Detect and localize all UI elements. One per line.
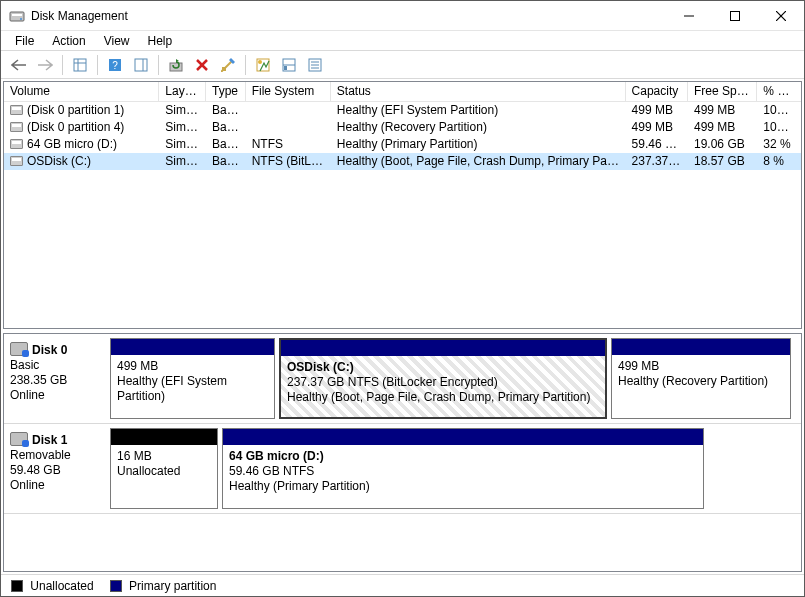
column-headers: Volume Layout Type File System Status Ca… bbox=[4, 82, 801, 102]
settings-list-button[interactable] bbox=[303, 54, 327, 76]
partition-primary[interactable]: 499 MBHealthy (EFI System Partition) bbox=[110, 338, 275, 419]
disk-type: Removable bbox=[10, 448, 104, 463]
partition-line2: 499 MB bbox=[618, 359, 784, 374]
svg-point-19 bbox=[258, 60, 262, 64]
col-filesystem[interactable]: File System bbox=[246, 82, 331, 101]
disk-size: 238.35 GB bbox=[10, 373, 104, 388]
properties-button[interactable] bbox=[216, 54, 240, 76]
drive-icon bbox=[10, 139, 23, 149]
partition-line2: 499 MB bbox=[117, 359, 268, 374]
col-layout[interactable]: Layout bbox=[159, 82, 206, 101]
svg-rect-12 bbox=[135, 59, 147, 71]
action-pane-button[interactable] bbox=[129, 54, 153, 76]
svg-rect-7 bbox=[74, 59, 86, 71]
partition-title: 64 GB micro (D:) bbox=[229, 449, 697, 464]
partition-line3: Unallocated bbox=[117, 464, 211, 479]
swatch-primary-icon bbox=[110, 580, 122, 592]
volume-name: (Disk 0 partition 1) bbox=[27, 103, 124, 117]
drive-icon bbox=[10, 122, 23, 132]
partition-stripe bbox=[612, 339, 790, 355]
col-freespace[interactable]: Free Space bbox=[688, 82, 757, 101]
disk-row: Disk 0Basic238.35 GBOnline499 MBHealthy … bbox=[4, 334, 801, 424]
partition-line2: 16 MB bbox=[117, 449, 211, 464]
volume-fs: NTFS (BitLo... bbox=[246, 152, 331, 171]
partition-stripe bbox=[111, 429, 217, 445]
col-status[interactable]: Status bbox=[331, 82, 626, 101]
partition-line2: 59.46 GB NTFS bbox=[229, 464, 697, 479]
minimize-button[interactable] bbox=[666, 1, 712, 31]
forward-button[interactable] bbox=[33, 54, 57, 76]
volume-rows[interactable]: (Disk 0 partition 1)SimpleBasicHealthy (… bbox=[4, 102, 801, 328]
partition-body: 16 MBUnallocated bbox=[111, 445, 217, 508]
partition-unallocated[interactable]: 16 MBUnallocated bbox=[110, 428, 218, 509]
delete-button[interactable] bbox=[190, 54, 214, 76]
legend-unallocated-label: Unallocated bbox=[30, 579, 93, 593]
partition-line3: Healthy (EFI System Partition) bbox=[117, 374, 268, 404]
partition-primary[interactable]: 64 GB micro (D:)59.46 GB NTFSHealthy (Pr… bbox=[222, 428, 704, 509]
back-button[interactable] bbox=[7, 54, 31, 76]
col-capacity[interactable]: Capacity bbox=[626, 82, 688, 101]
volume-status: Healthy (Boot, Page File, Crash Dump, Pr… bbox=[331, 152, 626, 171]
volume-row[interactable]: 64 GB micro (D:)SimpleBasicNTFSHealthy (… bbox=[4, 136, 801, 153]
svg-rect-22 bbox=[284, 66, 287, 70]
disk-graphical-pane[interactable]: Disk 0Basic238.35 GBOnline499 MBHealthy … bbox=[3, 333, 802, 572]
legend-unallocated: Unallocated bbox=[11, 579, 94, 593]
disk-state: Online bbox=[10, 478, 104, 493]
disk-icon bbox=[10, 432, 28, 446]
volume-fs bbox=[246, 108, 331, 113]
volume-list-pane: Volume Layout Type File System Status Ca… bbox=[3, 81, 802, 329]
partition-line3: Healthy (Recovery Partition) bbox=[618, 374, 784, 389]
disk-info[interactable]: Disk 1Removable59.48 GBOnline bbox=[8, 428, 106, 509]
menu-action[interactable]: Action bbox=[44, 33, 93, 49]
disk-type: Basic bbox=[10, 358, 104, 373]
svg-rect-4 bbox=[731, 11, 740, 20]
partition-primary[interactable]: 499 MBHealthy (Recovery Partition) bbox=[611, 338, 791, 419]
toolbar: ? bbox=[1, 51, 804, 79]
refresh-button[interactable] bbox=[164, 54, 188, 76]
disk-state: Online bbox=[10, 388, 104, 403]
disk-graph: 16 MBUnallocated64 GB micro (D:)59.46 GB… bbox=[110, 428, 797, 509]
menu-help[interactable]: Help bbox=[140, 33, 181, 49]
volume-free: 18.57 GB bbox=[688, 152, 757, 171]
show-hide-console-tree-button[interactable] bbox=[68, 54, 92, 76]
settings-bottom-button[interactable] bbox=[277, 54, 301, 76]
menu-file[interactable]: File bbox=[7, 33, 42, 49]
drive-icon bbox=[10, 156, 23, 166]
partition-primary[interactable]: OSDisk (C:)237.37 GB NTFS (BitLocker Enc… bbox=[279, 338, 607, 419]
partition-line3: Healthy (Primary Partition) bbox=[229, 479, 697, 494]
col-type[interactable]: Type bbox=[206, 82, 246, 101]
drive-icon bbox=[10, 105, 23, 115]
help-button[interactable]: ? bbox=[103, 54, 127, 76]
volume-type: Basic bbox=[206, 152, 246, 171]
disk-info[interactable]: Disk 0Basic238.35 GBOnline bbox=[8, 338, 106, 419]
disk-row: Disk 1Removable59.48 GBOnline16 MBUnallo… bbox=[4, 424, 801, 514]
menu-view[interactable]: View bbox=[96, 33, 138, 49]
partition-stripe bbox=[223, 429, 703, 445]
app-icon bbox=[9, 8, 25, 24]
disk-name: Disk 1 bbox=[32, 433, 67, 447]
partition-line2: 237.37 GB NTFS (BitLocker Encrypted) bbox=[287, 375, 599, 390]
disk-size: 59.48 GB bbox=[10, 463, 104, 478]
close-button[interactable] bbox=[758, 1, 804, 31]
window-title: Disk Management bbox=[31, 9, 128, 23]
svg-text:?: ? bbox=[112, 60, 118, 71]
partition-stripe bbox=[281, 340, 605, 356]
col-pctfree[interactable]: % Free bbox=[757, 82, 801, 101]
volume-name: (Disk 0 partition 4) bbox=[27, 120, 124, 134]
partition-title: OSDisk (C:) bbox=[287, 360, 599, 375]
svg-rect-14 bbox=[170, 63, 182, 71]
volume-row[interactable]: (Disk 0 partition 4)SimpleBasicHealthy (… bbox=[4, 119, 801, 136]
legend-primary: Primary partition bbox=[110, 579, 217, 593]
volume-row[interactable]: OSDisk (C:)SimpleBasicNTFS (BitLo...Heal… bbox=[4, 153, 801, 170]
maximize-button[interactable] bbox=[712, 1, 758, 31]
col-volume[interactable]: Volume bbox=[4, 82, 159, 101]
disk-graph: 499 MBHealthy (EFI System Partition)OSDi… bbox=[110, 338, 797, 419]
svg-rect-0 bbox=[10, 12, 24, 21]
settings-top-button[interactable] bbox=[251, 54, 275, 76]
partition-line3: Healthy (Boot, Page File, Crash Dump, Pr… bbox=[287, 390, 599, 405]
disk-icon bbox=[10, 342, 28, 356]
swatch-unallocated-icon bbox=[11, 580, 23, 592]
partition-stripe bbox=[111, 339, 274, 355]
volume-row[interactable]: (Disk 0 partition 1)SimpleBasicHealthy (… bbox=[4, 102, 801, 119]
svg-point-2 bbox=[20, 18, 22, 20]
